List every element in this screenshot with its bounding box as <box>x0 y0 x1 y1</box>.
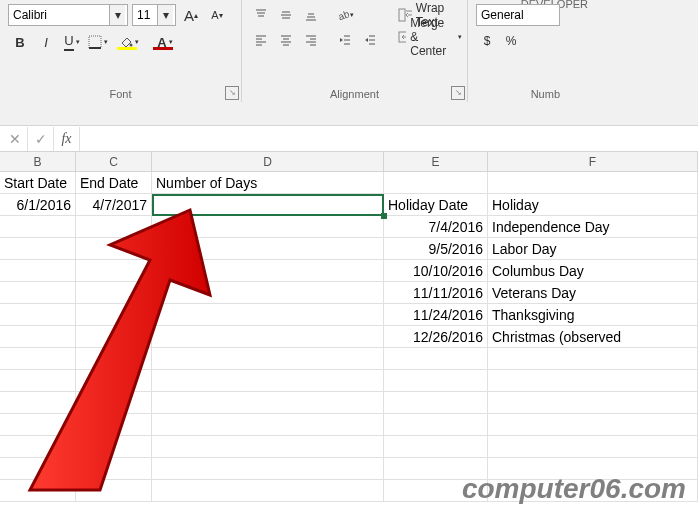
cell[interactable]: Christmas (observed <box>488 326 698 347</box>
cell[interactable] <box>488 172 698 193</box>
cell[interactable]: 11/24/2016 <box>384 304 488 325</box>
cell[interactable] <box>76 282 152 303</box>
italic-button[interactable]: I <box>34 30 58 54</box>
formula-enter-button[interactable]: ✓ <box>28 127 54 151</box>
cell[interactable]: 6/1/2016 <box>0 194 76 215</box>
cell[interactable] <box>152 260 384 281</box>
cell[interactable] <box>76 326 152 347</box>
alignment-group-label: Alignment <box>250 86 459 100</box>
currency-button[interactable]: $ <box>476 30 498 52</box>
formula-bar: ✕ ✓ fx <box>0 126 698 152</box>
cell[interactable] <box>76 238 152 259</box>
fill-color-button[interactable]: ▾ <box>112 30 146 54</box>
cell[interactable]: Start Date <box>0 172 76 193</box>
cell[interactable]: 7/4/2016 <box>384 216 488 237</box>
col-header-B[interactable]: B <box>0 152 76 171</box>
align-left-button[interactable] <box>250 29 272 51</box>
fill-handle[interactable] <box>381 213 387 219</box>
cell[interactable] <box>76 216 152 237</box>
align-right-button[interactable] <box>300 29 322 51</box>
svg-rect-31 <box>399 9 405 21</box>
cell[interactable] <box>0 326 76 347</box>
cell[interactable]: Holiday <box>488 194 698 215</box>
align-top-button[interactable] <box>250 4 272 26</box>
cell[interactable]: 11/11/2016 <box>384 282 488 303</box>
increase-font-button[interactable]: A▴ <box>180 4 202 26</box>
formula-input[interactable] <box>80 131 698 146</box>
font-name-dropdown[interactable]: ▾ <box>109 5 125 25</box>
table-row[interactable]: 11/11/2016 Veterans Day <box>0 282 698 304</box>
percent-button[interactable]: % <box>500 30 522 52</box>
font-size-combo[interactable]: ▾ <box>132 4 176 26</box>
table-row[interactable] <box>0 414 698 436</box>
align-center-button[interactable] <box>275 29 297 51</box>
align-bottom-button[interactable] <box>300 4 322 26</box>
col-header-C[interactable]: C <box>76 152 152 171</box>
ribbon-group-number: $ % Numb <box>468 0 568 102</box>
cell[interactable]: 10/10/2016 <box>384 260 488 281</box>
table-row[interactable] <box>0 370 698 392</box>
watermark-text: computer06.com <box>462 473 686 505</box>
cell[interactable] <box>152 326 384 347</box>
cell[interactable]: End Date <box>76 172 152 193</box>
alignment-group-launcher[interactable]: ↘ <box>451 86 465 100</box>
cell[interactable] <box>76 260 152 281</box>
number-format-input[interactable] <box>477 5 547 25</box>
table-row[interactable]: 6/1/2016 4/7/2017 Holiday Date Holiday <box>0 194 698 216</box>
table-row[interactable] <box>0 392 698 414</box>
cell[interactable] <box>0 282 76 303</box>
cell[interactable]: Number of Days <box>152 172 384 193</box>
cell[interactable]: 12/26/2016 <box>384 326 488 347</box>
orientation-button[interactable]: ab▾ <box>334 4 356 26</box>
cell[interactable]: 9/5/2016 <box>384 238 488 259</box>
cell[interactable] <box>0 260 76 281</box>
table-row[interactable]: Start Date End Date Number of Days <box>0 172 698 194</box>
col-header-F[interactable]: F <box>488 152 698 171</box>
cell[interactable]: Independence Day <box>488 216 698 237</box>
cell[interactable] <box>384 172 488 193</box>
bold-button[interactable]: B <box>8 30 32 54</box>
insert-function-button[interactable]: fx <box>54 127 80 151</box>
spreadsheet-grid[interactable]: B C D E F Start Date End Date Number of … <box>0 152 698 502</box>
table-row[interactable]: 12/26/2016 Christmas (observed <box>0 326 698 348</box>
merge-center-button[interactable]: Merge & Center ▾ <box>393 26 467 48</box>
cell[interactable] <box>152 282 384 303</box>
font-group-launcher[interactable]: ↘ <box>225 86 239 100</box>
number-format-combo[interactable] <box>476 4 560 26</box>
cell-selected[interactable] <box>152 194 384 215</box>
cell[interactable]: Thanksgiving <box>488 304 698 325</box>
table-row[interactable] <box>0 436 698 458</box>
borders-icon <box>88 35 102 49</box>
table-row[interactable]: 9/5/2016 Labor Day <box>0 238 698 260</box>
underline-button[interactable]: U▾ <box>60 30 84 54</box>
cell[interactable] <box>0 216 76 237</box>
font-color-button[interactable]: A ▾ <box>148 30 182 54</box>
table-row[interactable]: 7/4/2016 Independence Day <box>0 216 698 238</box>
align-middle-button[interactable] <box>275 4 297 26</box>
cell[interactable]: Labor Day <box>488 238 698 259</box>
cell[interactable] <box>152 304 384 325</box>
font-name-input[interactable] <box>9 5 109 25</box>
table-row[interactable]: 10/10/2016 Columbus Day <box>0 260 698 282</box>
cell[interactable]: Veterans Day <box>488 282 698 303</box>
decrease-font-button[interactable]: A▾ <box>206 4 228 26</box>
increase-indent-button[interactable] <box>359 29 381 51</box>
cell[interactable]: 4/7/2017 <box>76 194 152 215</box>
cell[interactable] <box>76 304 152 325</box>
decrease-indent-button[interactable] <box>334 29 356 51</box>
cell[interactable] <box>0 238 76 259</box>
cell[interactable] <box>0 304 76 325</box>
font-size-dropdown[interactable]: ▾ <box>157 5 173 25</box>
font-name-combo[interactable]: ▾ <box>8 4 128 26</box>
col-header-D[interactable]: D <box>152 152 384 171</box>
cell[interactable]: Holiday Date <box>384 194 488 215</box>
cell[interactable]: Columbus Day <box>488 260 698 281</box>
col-header-E[interactable]: E <box>384 152 488 171</box>
font-size-input[interactable] <box>133 5 157 25</box>
table-row[interactable]: 11/24/2016 Thanksgiving <box>0 304 698 326</box>
cell[interactable] <box>152 238 384 259</box>
table-row[interactable] <box>0 348 698 370</box>
formula-cancel-button[interactable]: ✕ <box>2 127 28 151</box>
borders-button[interactable]: ▾ <box>86 30 110 54</box>
cell[interactable] <box>152 216 384 237</box>
